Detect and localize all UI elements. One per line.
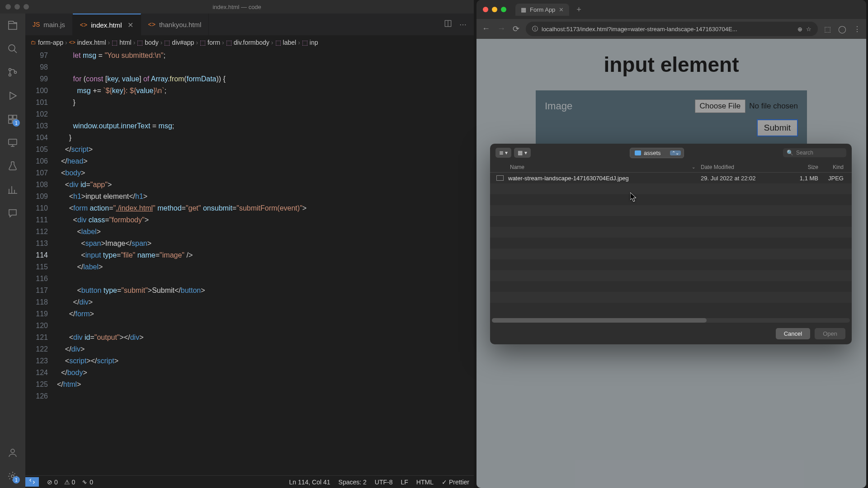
search-icon[interactable]	[6, 42, 19, 55]
maximize-icon[interactable]	[501, 7, 506, 12]
chevron-updown-icon: ⌃⌄	[670, 150, 681, 155]
svg-point-2	[9, 74, 11, 76]
search-in-page-icon[interactable]: ⊕	[797, 26, 802, 33]
breadcrumb-item[interactable]: ⬚ label	[275, 39, 297, 46]
svg-rect-8	[9, 139, 17, 145]
symbol-icon: ⬚	[226, 39, 232, 46]
breadcrumb-item[interactable]: ⬚ inp	[302, 39, 318, 46]
indent[interactable]: Spaces: 2	[339, 479, 367, 486]
chart-icon[interactable]	[6, 183, 19, 196]
remote-indicator[interactable]	[25, 477, 39, 487]
comment-icon[interactable]	[6, 207, 19, 220]
eol[interactable]: LF	[401, 479, 408, 486]
more-icon[interactable]: ⋯	[459, 20, 467, 29]
file-row[interactable]: water-stream-landscape-1471630704EdJ.jpe…	[490, 173, 852, 183]
editor-tab[interactable]: <>index.html✕	[73, 14, 141, 35]
bookmark-icon[interactable]: ☆	[806, 26, 811, 33]
file-name: water-stream-landscape-1471630704EdJ.jpe…	[508, 175, 701, 182]
account-icon[interactable]	[6, 446, 19, 459]
browser-tab[interactable]: ▦ Form App ✕	[515, 4, 569, 16]
url-bar[interactable]: ⓘ localhost:5173/index.html?image=water-…	[526, 22, 818, 36]
tab-title: Form App	[530, 6, 555, 13]
minimize-icon[interactable]	[492, 7, 497, 12]
vscode-titlebar: index.html — code	[0, 0, 474, 14]
list-view-icon[interactable]: ≣ ▾	[495, 148, 511, 158]
file-date: 29. Jul 2022 at 22:02	[701, 175, 782, 182]
source-control-icon[interactable]	[6, 66, 19, 79]
activity-bar: 1 1	[0, 14, 25, 488]
tab-close-icon[interactable]: ✕	[559, 6, 564, 13]
file-icon: <>	[69, 39, 75, 46]
gutter: 9798991001011021031041051061071081091101…	[25, 50, 57, 475]
ports-count[interactable]: 0	[81, 479, 93, 486]
sort-chevron-icon: ⌄	[692, 164, 695, 169]
editor-tab[interactable]: <>thankyou.html	[141, 14, 209, 35]
scrollbar-thumb[interactable]	[492, 318, 707, 323]
prettier[interactable]: ✓ Prettier	[442, 479, 469, 486]
col-kind[interactable]: Kind	[818, 164, 845, 170]
remote-icon[interactable]	[6, 136, 19, 149]
col-size[interactable]: Size	[782, 164, 818, 170]
settings-icon[interactable]: 1	[6, 470, 19, 483]
breadcrumb[interactable]: 🗀form-app›<>index.html›⬚ html›⬚ body›⬚ d…	[25, 35, 474, 50]
tab-close-icon[interactable]: ✕	[127, 21, 133, 29]
image-file-icon	[496, 175, 504, 181]
close-icon[interactable]	[5, 4, 11, 9]
svg-rect-4	[9, 115, 12, 119]
cursor-position[interactable]: Ln 114, Col 41	[289, 479, 330, 486]
encoding[interactable]: UTF-8	[375, 479, 393, 486]
code-editor[interactable]: 9798991001011021031041051061071081091101…	[25, 50, 474, 475]
test-icon[interactable]	[6, 160, 19, 173]
symbol-icon: ⬚	[112, 39, 118, 46]
forward-icon[interactable]: →	[497, 24, 505, 34]
filepicker-columns[interactable]: Name ⌄ Date Modified Size Kind	[490, 162, 852, 173]
folder-dropdown[interactable]: assets ⌃⌄	[630, 148, 684, 158]
svg-point-9	[11, 449, 14, 453]
breadcrumb-item[interactable]: ⬚ html	[112, 39, 131, 46]
svg-point-12	[84, 481, 85, 482]
symbol-icon: ⬚	[200, 39, 206, 46]
breadcrumb-item[interactable]: ⬚ div#app	[164, 39, 194, 46]
symbol-icon: ⬚	[137, 39, 143, 46]
file-picker-dialog: ≣ ▾ ▦ ▾ assets ⌃⌄ 🔍 Search Name ⌄ Date M…	[490, 144, 852, 344]
open-button[interactable]: Open	[815, 328, 845, 339]
breadcrumb-item[interactable]: ⬚ form	[200, 39, 220, 46]
breadcrumb-item[interactable]: <>index.html	[69, 39, 106, 46]
tab-label: thankyou.html	[159, 21, 201, 28]
new-tab-icon[interactable]: +	[576, 5, 581, 14]
col-name[interactable]: Name	[496, 164, 692, 170]
scrollbar[interactable]	[492, 318, 850, 323]
extensions-icon[interactable]: 1	[6, 113, 19, 126]
split-editor-icon[interactable]	[444, 19, 452, 29]
group-view-icon[interactable]: ▦ ▾	[514, 148, 530, 158]
close-icon[interactable]	[483, 7, 488, 12]
language[interactable]: HTML	[416, 479, 434, 486]
explorer-icon[interactable]	[6, 19, 19, 32]
search-placeholder: Search	[796, 150, 813, 156]
symbol-icon: ⬚	[164, 39, 170, 46]
search-input[interactable]: 🔍 Search	[783, 148, 846, 157]
info-icon[interactable]: ⓘ	[532, 25, 538, 33]
breadcrumb-item[interactable]: ⬚ div.formbody	[226, 39, 269, 46]
run-debug-icon[interactable]	[6, 89, 19, 102]
download-icon[interactable]: ⬚	[824, 25, 831, 33]
warnings-count[interactable]: ⚠ 0	[64, 479, 75, 486]
folder-icon	[635, 150, 641, 155]
minimize-icon[interactable]	[14, 4, 20, 9]
errors-count[interactable]: ⊘ 0	[47, 479, 58, 486]
profile-icon[interactable]: ◯	[838, 25, 846, 33]
reload-icon[interactable]: ⟳	[513, 24, 519, 34]
svg-rect-6	[9, 120, 12, 123]
editor-tab[interactable]: JSmain.js	[25, 14, 73, 35]
menu-icon[interactable]: ⋮	[854, 25, 861, 33]
cancel-button[interactable]: Cancel	[776, 328, 810, 339]
breadcrumb-item[interactable]: 🗀form-app	[31, 39, 63, 46]
symbol-icon: ⬚	[275, 39, 281, 46]
col-date[interactable]: Date Modified	[701, 164, 782, 170]
breadcrumb-item[interactable]: ⬚ body	[137, 39, 158, 46]
code-lines[interactable]: let msg = "You submitted:\n"; for (const…	[57, 50, 474, 475]
file-icon: JS	[33, 21, 40, 28]
tab-favicon-icon: ▦	[521, 6, 526, 13]
back-icon[interactable]: ←	[482, 24, 490, 34]
maximize-icon[interactable]	[24, 4, 29, 9]
